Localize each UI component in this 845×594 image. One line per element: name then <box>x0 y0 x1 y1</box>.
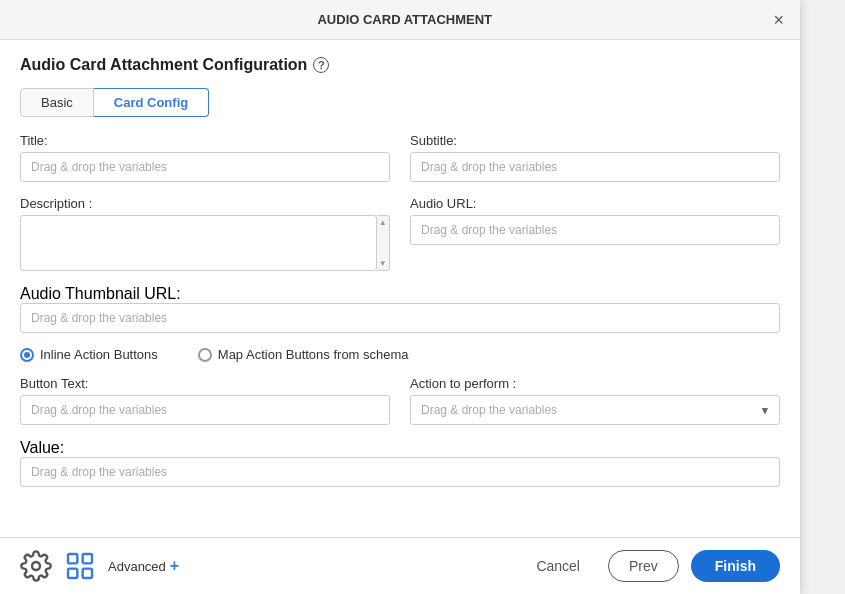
map-action-label: Map Action Buttons from schema <box>218 347 409 362</box>
footer-icons: Advanced + <box>20 550 179 582</box>
modal-footer: Advanced + Cancel Prev Finish <box>0 537 800 594</box>
description-label: Description : <box>20 196 390 211</box>
audio-thumbnail-group: Audio Thumbnail URL: <box>20 285 780 333</box>
finish-button[interactable]: Finish <box>691 550 780 582</box>
action-group: Action to perform : ▼ <box>410 376 780 425</box>
map-action-option[interactable]: Map Action Buttons from schema <box>198 347 409 362</box>
audio-thumbnail-label: Audio Thumbnail URL: <box>20 285 181 302</box>
config-title-area: Audio Card Attachment Configuration ? <box>20 56 780 74</box>
audio-url-label: Audio URL: <box>410 196 780 211</box>
description-audiourl-row: Description : ▲ ▼ Audio URL: <box>20 196 780 271</box>
gear-button[interactable] <box>20 550 52 582</box>
svg-rect-4 <box>83 569 92 578</box>
gear-icon <box>20 550 52 582</box>
config-heading: Audio Card Attachment Configuration <box>20 56 307 74</box>
advanced-label: Advanced <box>108 559 166 574</box>
help-icon[interactable]: ? <box>313 57 329 73</box>
subtitle-input[interactable] <box>410 152 780 182</box>
title-label: Title: <box>20 133 390 148</box>
inline-action-radio[interactable] <box>20 348 34 362</box>
map-action-radio[interactable] <box>198 348 212 362</box>
tabs-container: Basic Card Config <box>20 88 780 117</box>
button-text-label: Button Text: <box>20 376 390 391</box>
audio-url-input[interactable] <box>410 215 780 245</box>
cancel-button[interactable]: Cancel <box>520 550 596 582</box>
description-group: Description : ▲ ▼ <box>20 196 390 271</box>
close-button[interactable]: × <box>773 11 784 29</box>
tab-card-config[interactable]: Card Config <box>94 88 209 117</box>
inline-action-option[interactable]: Inline Action Buttons <box>20 347 158 362</box>
footer-actions: Cancel Prev Finish <box>520 550 780 582</box>
button-text-input[interactable] <box>20 395 390 425</box>
prev-button[interactable]: Prev <box>608 550 679 582</box>
title-group: Title: <box>20 133 390 182</box>
description-scrollbar: ▲ ▼ <box>377 215 391 271</box>
button-action-row: Button Text: Action to perform : ▼ <box>20 376 780 425</box>
description-textarea-wrapper: ▲ ▼ <box>20 215 390 271</box>
value-group: Value: <box>20 439 780 487</box>
modal-body: Audio Card Attachment Configuration ? Ba… <box>0 40 800 594</box>
modal-title: AUDIO CARD ATTACHMENT <box>36 12 773 27</box>
subtitle-group: Subtitle: <box>410 133 780 182</box>
svg-rect-1 <box>68 554 77 563</box>
button-text-group: Button Text: <box>20 376 390 425</box>
subtitle-label: Subtitle: <box>410 133 780 148</box>
svg-rect-2 <box>83 554 92 563</box>
tab-basic[interactable]: Basic <box>20 88 94 117</box>
audio-thumbnail-input[interactable] <box>20 303 780 333</box>
scroll-down-arrow[interactable]: ▼ <box>379 259 387 268</box>
action-select[interactable] <box>410 395 780 425</box>
value-label: Value: <box>20 439 64 456</box>
value-input[interactable] <box>20 457 780 487</box>
scroll-up-arrow[interactable]: ▲ <box>379 218 387 227</box>
inline-action-label: Inline Action Buttons <box>40 347 158 362</box>
grid-button[interactable] <box>64 550 96 582</box>
action-select-wrapper: ▼ <box>410 395 780 425</box>
svg-point-0 <box>32 562 40 570</box>
action-label: Action to perform : <box>410 376 780 391</box>
title-subtitle-row: Title: Subtitle: <box>20 133 780 182</box>
grid-icon <box>64 550 96 582</box>
content-scroll-area[interactable]: Audio Card Attachment Configuration ? Ba… <box>0 40 800 537</box>
advanced-button[interactable]: Advanced + <box>108 557 179 575</box>
modal-header: AUDIO CARD ATTACHMENT × <box>0 0 800 40</box>
description-textarea[interactable] <box>20 215 377 271</box>
advanced-plus-icon: + <box>170 557 179 575</box>
svg-rect-3 <box>68 569 77 578</box>
radio-row: Inline Action Buttons Map Action Buttons… <box>20 347 780 362</box>
audio-url-group: Audio URL: <box>410 196 780 271</box>
title-input[interactable] <box>20 152 390 182</box>
